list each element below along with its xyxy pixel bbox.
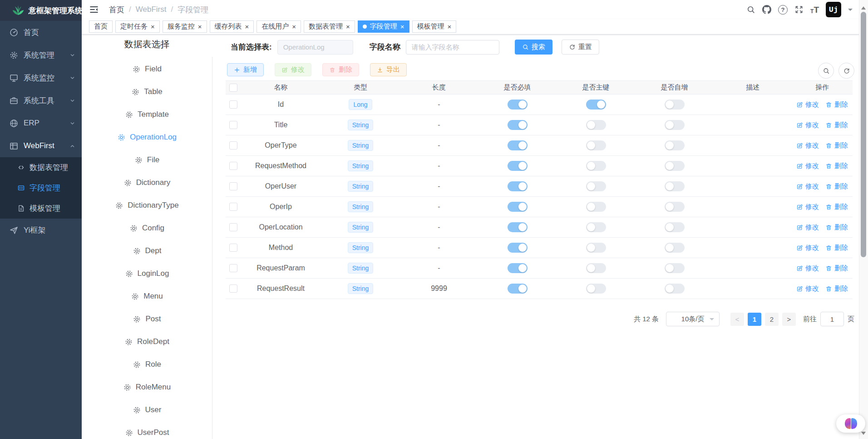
scrollbar-down-arrow-icon[interactable] bbox=[861, 432, 866, 437]
add-button[interactable]: 新增 bbox=[227, 63, 264, 76]
primary-key-switch[interactable] bbox=[586, 263, 606, 273]
tab[interactable]: 定时任务 bbox=[115, 20, 160, 33]
tab[interactable]: 服务监控 bbox=[163, 20, 207, 33]
tab[interactable]: 数据表管理 bbox=[304, 20, 355, 33]
primary-key-switch[interactable] bbox=[586, 120, 606, 130]
tree-item[interactable]: Dept bbox=[82, 239, 212, 262]
row-edit-link[interactable]: 修改 bbox=[796, 244, 819, 252]
auto-increment-switch[interactable] bbox=[665, 284, 685, 294]
tab[interactable]: 字段管理 bbox=[358, 20, 409, 33]
tree-item[interactable]: LoginLog bbox=[82, 262, 212, 285]
tab-close-icon[interactable] bbox=[400, 23, 404, 30]
sidebar-item-webfirst[interactable]: WebFirst bbox=[0, 135, 82, 157]
tab-close-icon[interactable] bbox=[292, 23, 296, 30]
tree-item[interactable]: RoleMenu bbox=[82, 376, 212, 399]
avatar[interactable]: Uj bbox=[826, 2, 841, 17]
tree-item[interactable]: Config bbox=[82, 217, 212, 239]
scrollbar-up-arrow-icon[interactable] bbox=[861, 4, 866, 10]
row-delete-link[interactable]: 删除 bbox=[825, 223, 848, 232]
required-switch[interactable] bbox=[508, 202, 528, 212]
row-delete-link[interactable]: 删除 bbox=[825, 182, 848, 191]
required-switch[interactable] bbox=[508, 161, 528, 171]
tree-item[interactable]: File bbox=[82, 149, 212, 171]
row-delete-link[interactable]: 删除 bbox=[825, 203, 848, 211]
required-switch[interactable] bbox=[508, 222, 528, 232]
primary-key-switch[interactable] bbox=[586, 222, 606, 232]
edit-button[interactable]: 修改 bbox=[275, 63, 311, 76]
required-switch[interactable] bbox=[508, 243, 528, 253]
next-page-button[interactable] bbox=[782, 313, 796, 326]
row-checkbox[interactable] bbox=[229, 284, 237, 293]
github-icon[interactable] bbox=[762, 5, 771, 14]
row-delete-link[interactable]: 删除 bbox=[825, 100, 848, 109]
search-icon[interactable] bbox=[746, 5, 755, 14]
delete-button[interactable]: 删除 bbox=[322, 63, 359, 76]
help-icon[interactable] bbox=[778, 5, 788, 15]
required-switch[interactable] bbox=[508, 263, 528, 273]
sidebar-item-erp[interactable]: ERP bbox=[0, 112, 82, 135]
sidebar-item-system-manage[interactable]: 系统管理 bbox=[0, 44, 82, 66]
row-edit-link[interactable]: 修改 bbox=[796, 141, 819, 150]
row-checkbox[interactable] bbox=[229, 244, 237, 252]
tree-item[interactable]: RoleDept bbox=[82, 330, 212, 353]
reset-button[interactable]: 重置 bbox=[562, 40, 599, 55]
auto-increment-switch[interactable] bbox=[665, 140, 685, 150]
tab[interactable]: 在线用户 bbox=[256, 20, 301, 33]
auto-increment-switch[interactable] bbox=[665, 202, 685, 212]
row-checkbox[interactable] bbox=[229, 223, 237, 231]
refresh-table-button[interactable] bbox=[838, 63, 854, 79]
sidebar-item-system-tools[interactable]: 系统工具 bbox=[0, 89, 82, 112]
row-edit-link[interactable]: 修改 bbox=[796, 284, 819, 293]
row-checkbox[interactable] bbox=[229, 100, 237, 109]
export-button[interactable]: 导出 bbox=[370, 63, 407, 76]
column-search-button[interactable] bbox=[818, 63, 834, 79]
page-size-select[interactable]: 10条/页 bbox=[666, 312, 720, 326]
page-number-button[interactable]: 2 bbox=[765, 313, 779, 326]
tab[interactable]: 缓存列表 bbox=[210, 20, 254, 33]
row-checkbox[interactable] bbox=[229, 182, 237, 190]
required-switch[interactable] bbox=[508, 100, 528, 110]
tree-item[interactable]: Table bbox=[82, 80, 212, 103]
sidebar-item-field-manage[interactable]: 字段管理 bbox=[0, 178, 82, 198]
row-edit-link[interactable]: 修改 bbox=[796, 100, 819, 109]
row-checkbox[interactable] bbox=[229, 203, 237, 211]
field-name-input[interactable] bbox=[406, 40, 499, 55]
sidebar-item-system-monitor[interactable]: 系统监控 bbox=[0, 66, 82, 89]
search-button[interactable]: 搜索 bbox=[515, 40, 552, 55]
tree-item[interactable]: OperationLog bbox=[82, 126, 212, 149]
row-edit-link[interactable]: 修改 bbox=[796, 203, 819, 211]
primary-key-switch[interactable] bbox=[586, 243, 606, 253]
primary-key-switch[interactable] bbox=[586, 202, 606, 212]
page-number-button[interactable]: 1 bbox=[748, 313, 761, 326]
select-all-checkbox[interactable] bbox=[229, 84, 237, 92]
sidebar-item-yi-framework[interactable]: Yi框架 bbox=[0, 219, 82, 241]
row-checkbox[interactable] bbox=[229, 121, 237, 129]
tab[interactable]: 模板管理 bbox=[412, 20, 457, 33]
row-delete-link[interactable]: 删除 bbox=[825, 284, 848, 293]
prev-page-button[interactable] bbox=[730, 313, 744, 326]
tree-item[interactable]: Post bbox=[82, 308, 212, 330]
row-delete-link[interactable]: 删除 bbox=[825, 162, 848, 170]
assistant-fab[interactable] bbox=[836, 414, 865, 433]
row-delete-link[interactable]: 删除 bbox=[825, 121, 848, 130]
row-edit-link[interactable]: 修改 bbox=[796, 162, 819, 170]
row-edit-link[interactable]: 修改 bbox=[796, 182, 819, 191]
row-delete-link[interactable]: 删除 bbox=[825, 244, 848, 252]
tab-close-icon[interactable] bbox=[346, 23, 350, 30]
user-dropdown-caret-icon[interactable] bbox=[848, 9, 853, 13]
auto-increment-switch[interactable] bbox=[665, 120, 685, 130]
row-edit-link[interactable]: 修改 bbox=[796, 264, 819, 273]
primary-key-switch[interactable] bbox=[586, 100, 606, 110]
tree-item[interactable]: Menu bbox=[82, 285, 212, 308]
auto-increment-switch[interactable] bbox=[665, 181, 685, 191]
hamburger-icon[interactable] bbox=[89, 5, 99, 15]
breadcrumb-home[interactable]: 首页 bbox=[109, 5, 124, 15]
auto-increment-switch[interactable] bbox=[665, 161, 685, 171]
row-delete-link[interactable]: 删除 bbox=[825, 141, 848, 150]
row-edit-link[interactable]: 修改 bbox=[796, 223, 819, 232]
sidebar-item-table-manage[interactable]: 数据表管理 bbox=[0, 157, 82, 178]
row-checkbox[interactable] bbox=[229, 162, 237, 170]
required-switch[interactable] bbox=[508, 181, 528, 191]
goto-page-input[interactable] bbox=[820, 312, 844, 326]
row-checkbox[interactable] bbox=[229, 264, 237, 272]
